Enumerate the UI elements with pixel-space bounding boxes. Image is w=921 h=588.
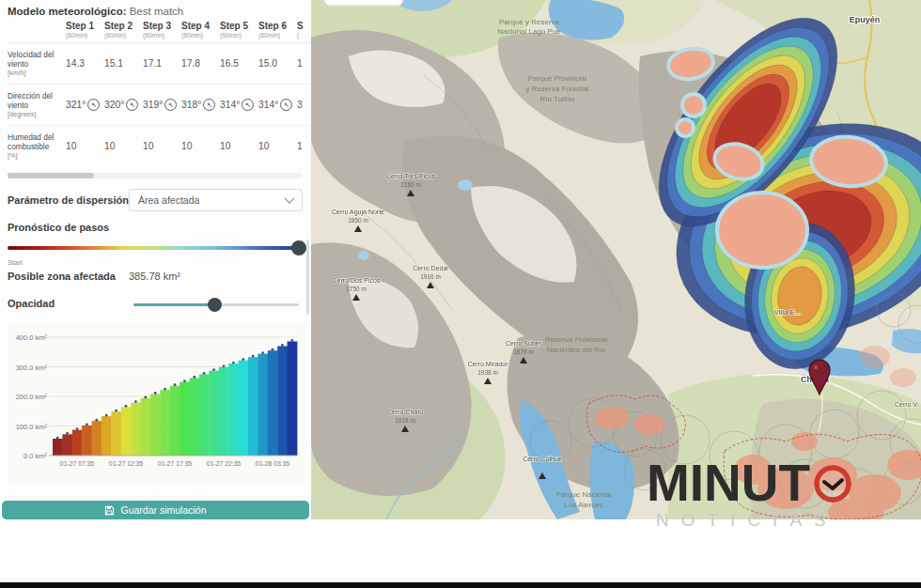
step-header: S( [297, 21, 311, 39]
map-canvas[interactable]: Parque y ReservaNacional Lago PueParque … [311, 0, 921, 519]
dispersion-param-select[interactable]: Área afectada [129, 189, 303, 211]
step-header: Step 2(60min) [104, 21, 143, 39]
table-row: Velocidad del viento[km/h]14.315.117.117… [8, 43, 311, 85]
table-cell: 3 [297, 100, 311, 110]
table-cell: 314°↖ [220, 99, 258, 111]
wind-direction-compass-icon: ↖ [203, 99, 215, 111]
table-cell: 314°↖ [258, 99, 297, 111]
svg-text:01-27 07:35: 01-27 07:35 [60, 460, 95, 467]
table-cell: 10 [258, 141, 297, 151]
peak-elevation: 2160 m [400, 181, 421, 188]
map-label: Reserva Provincial [545, 335, 608, 344]
table-cell: 321°↖ [66, 99, 104, 111]
step-header: Step 5(60min) [220, 21, 258, 39]
peak-label: Cerro Coihue [523, 456, 562, 462]
affected-zone-value: 385.78 km² [129, 271, 180, 282]
wind-direction-compass-icon: ↖ [126, 99, 138, 111]
map-search-control-partial[interactable] [324, 0, 403, 6]
peak-elevation: 1916 m [420, 273, 441, 280]
map-label: Río Turbio [540, 95, 575, 103]
table-cell: 14.3 [66, 58, 104, 69]
peak-elevation: 1918 m [395, 417, 415, 424]
peak-label: Cerro Aguja Norte [332, 209, 384, 216]
steps-slider-knob[interactable] [291, 240, 306, 255]
slider-start-label: Start [8, 258, 23, 267]
weather-steps-table: Step 1(60min)Step 2(60min)Step 3(60min)S… [8, 21, 311, 166]
opacity-slider[interactable] [133, 303, 299, 306]
step-header: Step 1(60min) [66, 21, 104, 39]
map-label: Parque y Reserva [499, 18, 560, 26]
peak-elevation: 1938 m [477, 369, 498, 376]
weather-model-title: Modelo meteorológico: Best match [8, 6, 183, 17]
svg-text:400.0 km²: 400.0 km² [16, 333, 48, 342]
opacity-slider-fill [133, 303, 214, 306]
table-cell: 1 [297, 58, 311, 69]
save-simulation-label: Guardar simulación [120, 504, 206, 516]
peak-elevation: 1879 m [513, 348, 534, 355]
peak-label: Cerro Tres Picos [386, 173, 436, 179]
wind-direction-compass-icon: ↖ [242, 99, 254, 111]
peak-label: Cerro Dedal [413, 265, 448, 271]
panel-vertical-scrollbar[interactable] [306, 240, 309, 315]
table-cell: 10 [104, 141, 143, 151]
svg-text:01-27 12:35: 01-27 12:35 [109, 460, 144, 467]
table-cell: 10 [143, 141, 181, 151]
svg-text:300.0 km²: 300.0 km² [16, 364, 48, 372]
map-label: Parque Nacional [555, 490, 611, 499]
peak-elevation: 1750 m [346, 286, 367, 292]
map-label: Los Alerces [564, 501, 602, 509]
map-label: y Reserva Forestal [525, 85, 588, 93]
svg-text:01-27 22:35: 01-27 22:35 [207, 460, 242, 467]
save-icon [104, 505, 115, 516]
map-label: Nacional Lago Pue [497, 27, 561, 36]
peak-label: Cerro Dos Picos [333, 277, 381, 284]
table-cell: 17.1 [143, 58, 181, 69]
steps-forecast-slider[interactable] [8, 246, 299, 250]
weather-model-label: Modelo meteorológico: [8, 6, 127, 17]
wind-direction-compass-icon: ↖ [164, 99, 177, 111]
chevron-down-icon [284, 193, 294, 203]
app-window: Modelo meteorológico: Best match Step 1(… [0, 0, 921, 588]
bottom-video-bar [0, 582, 921, 588]
svg-text:0.0 km²: 0.0 km² [23, 452, 48, 460]
table-row: Humedad del combustible[%]1010101010101 [8, 126, 311, 166]
table-cell: 17.8 [181, 58, 220, 69]
simulation-control-panel: Modelo meteorológico: Best match Step 1(… [0, 0, 312, 519]
area-chart: 400.0 km²300.0 km²200.0 km²100.0 km²0.0 … [8, 324, 304, 482]
scrollbar-thumb[interactable] [8, 173, 94, 178]
map-label: Villa E... [773, 308, 801, 317]
step-header: Step 6(60min) [258, 21, 297, 39]
map-label: Epuyén [850, 15, 881, 24]
table-row: Dirección del viento[degrees]321°↖320°↖3… [8, 85, 311, 126]
table-horizontal-scrollbar[interactable] [8, 173, 303, 178]
peak-label: Cerro Chato [387, 409, 423, 415]
wind-direction-compass-icon: ↖ [280, 99, 292, 111]
step-header: Step 3(60min) [143, 21, 181, 39]
step-header: Step 4(60min) [181, 21, 220, 39]
table-cell: 1 [297, 141, 311, 151]
weather-model-value: Best match [130, 6, 184, 17]
row-label: Dirección del viento[degrees] [8, 91, 66, 119]
table-cell: 10 [220, 141, 258, 151]
dispersion-param-value: Área afectada [138, 194, 199, 206]
opacity-label: Opacidad [8, 298, 55, 309]
svg-text:200.0 km²: 200.0 km² [16, 393, 48, 401]
table-cell: 16.5 [220, 58, 258, 69]
map-label: Nacientes del Río [546, 346, 606, 354]
map-label: Cerro V [895, 401, 917, 408]
save-simulation-button[interactable]: Guardar simulación [2, 501, 309, 519]
table-cell: 10 [66, 141, 104, 151]
steps-forecast-label: Pronóstico de pasos [8, 222, 109, 233]
table-cell: 10 [181, 141, 220, 151]
table-cell: 318°↖ [181, 99, 220, 111]
opacity-slider-knob[interactable] [208, 298, 222, 312]
dispersion-param-label: Parámetro de dispersión [8, 194, 129, 206]
peak-label: Cerro Suber [506, 340, 542, 347]
row-label: Humedad del combustible[%] [8, 132, 66, 161]
peak-label: Cerro Mirador [467, 361, 508, 367]
table-cell: 15.0 [258, 58, 297, 69]
table-cell: 15.1 [104, 58, 143, 69]
affected-zone-label: Posible zona afectada [8, 271, 116, 282]
peak-elevation: 1850 m [348, 217, 368, 224]
row-label: Velocidad del viento[km/h] [8, 50, 66, 78]
